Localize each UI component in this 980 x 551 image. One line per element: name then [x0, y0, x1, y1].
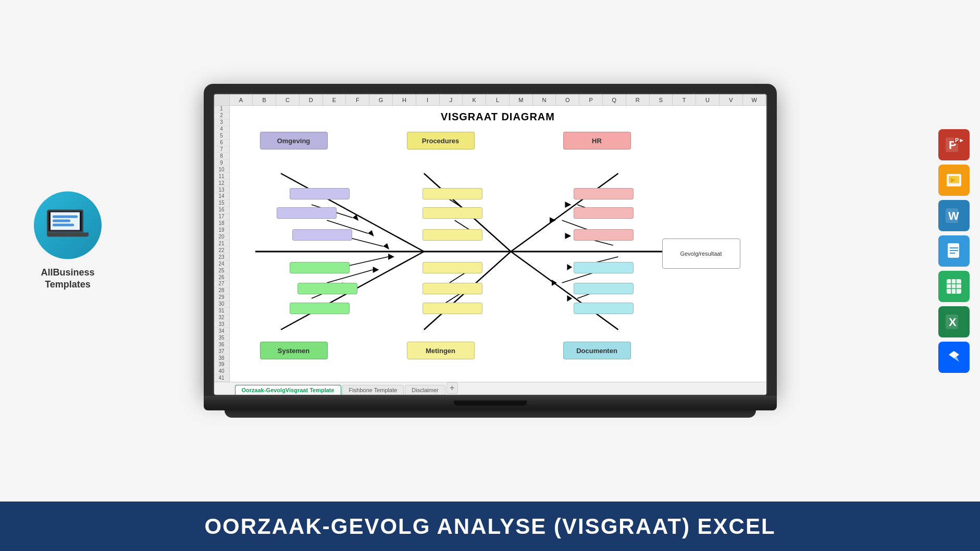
row-10: 10: [214, 166, 229, 173]
cause-metingen-2: [423, 283, 482, 294]
logo-text: AllBusiness Templates: [41, 266, 94, 291]
row-4: 4: [214, 126, 229, 133]
row-38: 38: [214, 355, 229, 361]
row-2: 2: [214, 112, 229, 119]
tab-disclaimer[interactable]: Disclaimer: [405, 385, 445, 395]
google-docs-icon[interactable]: [938, 235, 970, 267]
category-systemen: Systemen: [260, 342, 328, 359]
col-o: O: [556, 94, 579, 105]
row-3: 3: [214, 119, 229, 126]
cause-systemen-1: [290, 262, 350, 273]
svg-marker-19: [567, 264, 572, 270]
row-12: 12: [214, 180, 229, 186]
row-14: 14: [214, 193, 229, 200]
svg-marker-25: [352, 215, 358, 221]
cause-procedures-1: [423, 188, 482, 199]
laptop-wrapper: A B C D E F G H I J K L M N O: [204, 84, 777, 418]
row-17: 17: [214, 214, 229, 220]
row-18: 18: [214, 220, 229, 227]
bottom-banner: OORZAAK-GEVOLG ANALYSE (VISGRAAT) EXCEL: [0, 502, 980, 551]
row-5: 5: [214, 133, 229, 140]
row-13: 13: [214, 186, 229, 193]
main-content-area: AllBusiness Templates A B C D E F G: [0, 0, 980, 502]
col-k: K: [463, 94, 486, 105]
row-33: 33: [214, 321, 229, 328]
cause-documenten-3: [574, 303, 634, 314]
diagram-area: VISGRAAT DIAGRAM: [230, 106, 766, 382]
svg-marker-15: [567, 295, 572, 302]
cause-omgeving-2: [277, 207, 337, 219]
sheet-body: 1 2 3 4 5 6 7 8 9 10 11 12 13: [214, 106, 766, 382]
row-20: 20: [214, 234, 229, 241]
row-39: 39: [214, 361, 229, 368]
row-25: 25: [214, 267, 229, 274]
cause-systemen-3: [290, 303, 350, 314]
powerpoint-icon[interactable]: P P►: [938, 129, 970, 160]
google-slides-icon[interactable]: ▶: [938, 165, 970, 196]
svg-marker-17: [552, 280, 557, 286]
logo-laptop-icon: [47, 209, 89, 241]
dropbox-icon[interactable]: [938, 342, 970, 373]
col-n: N: [533, 94, 556, 105]
col-a: A: [230, 94, 253, 105]
row-19: 19: [214, 227, 229, 234]
col-headers-row: A B C D E F G H I J K L M N O: [214, 94, 766, 106]
col-e: E: [323, 94, 346, 105]
svg-marker-31: [565, 202, 571, 208]
fishbone-diagram: VISGRAAT DIAGRAM: [230, 106, 766, 382]
svg-marker-13: [388, 254, 394, 260]
sheet-tabs: Oorzaak-GevolgVisgraat Template Fishbone…: [214, 382, 766, 395]
col-r: R: [626, 94, 650, 105]
google-sheets-icon[interactable]: [938, 271, 970, 302]
tab-fishbone[interactable]: Fishbone Template: [342, 385, 404, 395]
row-29: 29: [214, 294, 229, 301]
corner-cell: [214, 94, 230, 105]
result-box: Gevolg/resultaat: [662, 239, 740, 269]
row-37: 37: [214, 348, 229, 355]
svg-marker-11: [373, 267, 379, 273]
row-26: 26: [214, 274, 229, 281]
right-icons-panel: P P► ▶ W: [938, 129, 970, 373]
row-11: 11: [214, 173, 229, 180]
tab-oorzaak[interactable]: Oorzaak-GevolgVisgraat Template: [235, 385, 341, 395]
row-8: 8: [214, 153, 229, 159]
cause-hr-2: [574, 207, 634, 219]
col-p: P: [579, 94, 603, 105]
row-32: 32: [214, 315, 229, 321]
col-q: Q: [603, 94, 626, 105]
row-31: 31: [214, 308, 229, 315]
laptop-notch: [454, 400, 527, 406]
col-b: B: [253, 94, 276, 105]
row-21: 21: [214, 240, 229, 247]
cause-documenten-2: [574, 283, 634, 294]
logo-area: AllBusiness Templates: [16, 191, 120, 291]
row-24: 24: [214, 260, 229, 267]
col-d: D: [300, 94, 323, 105]
tab-add-button[interactable]: +: [446, 382, 458, 394]
row-9: 9: [214, 159, 229, 166]
cause-procedures-3: [423, 229, 482, 241]
spreadsheet: A B C D E F G H I J K L M N O: [214, 94, 766, 395]
category-omgeving: Omgeving: [260, 132, 328, 149]
row-35: 35: [214, 334, 229, 341]
word-icon[interactable]: W: [938, 200, 970, 231]
row-28: 28: [214, 287, 229, 294]
category-hr: HR: [563, 132, 631, 149]
svg-text:X: X: [949, 316, 957, 329]
row-6: 6: [214, 140, 229, 146]
col-l: L: [486, 94, 510, 105]
col-h: H: [393, 94, 416, 105]
cause-omgeving-3: [292, 229, 352, 241]
excel-icon[interactable]: X: [938, 306, 970, 337]
svg-rect-53: [947, 279, 961, 294]
svg-marker-29: [383, 243, 389, 249]
col-m: M: [510, 94, 533, 105]
cause-metingen-1: [423, 262, 482, 273]
cause-omgeving-1: [290, 188, 350, 199]
cause-hr-1: [574, 188, 634, 199]
laptop-outer: A B C D E F G H I J K L M N O: [204, 84, 777, 396]
col-w: W: [743, 94, 766, 105]
row-23: 23: [214, 254, 229, 260]
col-f: F: [346, 94, 369, 105]
col-t: T: [673, 94, 696, 105]
